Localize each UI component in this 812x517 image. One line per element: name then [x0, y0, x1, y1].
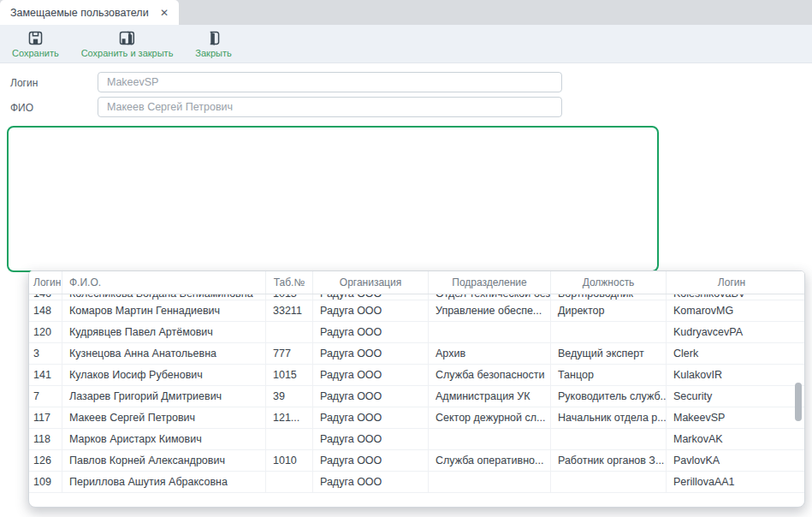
- dropdown-cell-org: Радуга ООО: [313, 472, 429, 492]
- dropdown-col-id: Логин: [29, 271, 62, 294]
- dropdown-cell-login: MakeevSP: [667, 407, 797, 428]
- dropdown-cell-pos: [551, 429, 667, 449]
- dropdown-cell-id: 109: [29, 472, 62, 492]
- dropdown-cell-fio: Периллова Ашутия Абраксовна: [62, 472, 266, 492]
- dropdown-cell-login: KudryavcevPA: [667, 322, 797, 342]
- dropdown-cell-tab: 33211: [266, 300, 313, 321]
- dropdown-cell-login: KolesnikovaBV: [667, 294, 797, 300]
- tab-bar: Замещаемые пользователи ✕: [0, 0, 812, 25]
- dropdown-col-login: Логин: [667, 271, 797, 294]
- dropdown-cell-fio: Лазарев Григорий Дмитриевич: [62, 386, 266, 407]
- dropdown-cell-id: 141: [29, 365, 62, 385]
- dropdown-cell-dept: Администрация УК: [429, 386, 551, 407]
- save-button-label: Сохранить: [12, 48, 59, 58]
- dropdown-cell-fio: Макеев Сергей Петрович: [62, 407, 266, 428]
- dropdown-row[interactable]: 146Колесникова Богдана Вениаминовна1013Р…: [29, 294, 804, 300]
- dropdown-row[interactable]: 7Лазарев Григорий Дмитриевич39Радуга ООО…: [29, 386, 804, 407]
- dropdown-cell-dept: [429, 472, 551, 492]
- dropdown-col-dept: Подразделение: [429, 271, 551, 294]
- login-field[interactable]: [98, 72, 562, 92]
- save-and-close-button-label: Сохранить и закрыть: [81, 48, 174, 58]
- toolbar: Сохранить Сохранить и закрыть Закрыть: [0, 25, 812, 63]
- dropdown-cell-pos: [551, 322, 667, 342]
- dropdown-cell-fio: Колесникова Богдана Вениаминовна: [62, 294, 266, 300]
- dropdown-header: Логин Ф.И.О. Таб.№ Организация Подраздел…: [29, 271, 804, 294]
- dropdown-row[interactable]: 3Кузнецова Анна Анатольевна777Радуга ООО…: [29, 343, 804, 365]
- dropdown-cell-login: PavlovKA: [667, 450, 797, 471]
- dropdown-col-tabnum: Таб.№: [266, 271, 313, 294]
- dropdown-cell-dept: [429, 429, 551, 449]
- dropdown-col-pos: Должность: [551, 271, 667, 294]
- dropdown-cell-tab: 39: [266, 386, 313, 407]
- dropdown-row[interactable]: 118Марков Аристарх КимовичРадуга ОООMark…: [29, 429, 804, 450]
- dropdown-cell-id: 126: [29, 450, 62, 471]
- dropdown-cell-login: MarkovAK: [667, 429, 797, 449]
- save-and-close-button[interactable]: Сохранить и закрыть: [81, 30, 174, 58]
- dropdown-cell-dept: Служба безопасности: [429, 365, 551, 385]
- fio-field[interactable]: [98, 97, 562, 117]
- dropdown-cell-dept: Архив: [429, 343, 551, 364]
- dropdown-cell-id: 3: [29, 343, 62, 364]
- dropdown-cell-tab: 121...: [266, 407, 313, 428]
- dropdown-cell-id: 7: [29, 386, 62, 407]
- dropdown-cell-dept: Отдел технической безо...: [429, 294, 551, 300]
- dropdown-cell-pos: Руководитель служб...: [551, 386, 667, 407]
- dropdown-cell-tab: 1013: [266, 294, 313, 300]
- dropdown-cell-pos: [551, 472, 667, 492]
- dropdown-col-org: Организация: [313, 271, 429, 294]
- close-button[interactable]: Закрыть: [195, 30, 231, 58]
- login-label: Логин: [10, 77, 38, 89]
- dropdown-cell-fio: Марков Аристарх Кимович: [62, 429, 266, 449]
- dropdown-cell-login: Clerk: [667, 343, 797, 364]
- dropdown-cell-fio: Кулаков Иосиф Рубенович: [62, 365, 266, 385]
- dropdown-rows: 148Комаров Мартин Геннадиевич33211Радуга…: [29, 300, 804, 493]
- dropdown-row[interactable]: 141Кулаков Иосиф Рубенович1015Радуга ООО…: [29, 365, 804, 386]
- scrollbar-thumb[interactable]: [795, 383, 802, 421]
- floppy-disk-icon: [27, 30, 44, 46]
- dropdown-cell-pos: Танцор: [551, 365, 667, 385]
- tab-substituted-users[interactable]: Замещаемые пользователи ✕: [0, 0, 179, 25]
- dropdown-partial-row[interactable]: 146Колесникова Богдана Вениаминовна1013Р…: [29, 294, 804, 300]
- app-window: Замещаемые пользователи ✕ Сохранить: [0, 0, 812, 517]
- dropdown-cell-pos: Бортпроводник: [551, 294, 667, 300]
- save-button[interactable]: Сохранить: [12, 30, 59, 58]
- dropdown-cell-id: 118: [29, 429, 62, 449]
- dropdown-cell-pos: Начальник отдела р...: [551, 407, 667, 428]
- dropdown-cell-login: Security: [667, 386, 797, 407]
- user-picker-dropdown: Логин Ф.И.О. Таб.№ Организация Подраздел…: [28, 270, 805, 508]
- dropdown-cell-dept: Сектор дежурной сл...: [429, 407, 551, 428]
- dropdown-cell-pos: Работник органов З...: [551, 450, 667, 471]
- dropdown-row[interactable]: 109Периллова Ашутия АбраксовнаРадуга ООО…: [29, 472, 804, 493]
- floppy-door-icon: [118, 30, 136, 46]
- dropdown-row[interactable]: 120Кудрявцев Павел АртёмовичРадуга ОООKu…: [29, 322, 804, 343]
- dropdown-cell-id: 120: [29, 322, 62, 342]
- dropdown-cell-org: Радуга ООО: [313, 450, 429, 471]
- dropdown-cell-fio: Кузнецова Анна Анатольевна: [62, 343, 266, 364]
- dropdown-cell-dept: Служба оперативно...: [429, 450, 551, 471]
- substitutes-panel: [7, 126, 659, 272]
- dropdown-row[interactable]: 117Макеев Сергей Петрович121...Радуга ОО…: [29, 407, 804, 429]
- dropdown-cell-org: Радуга ООО: [313, 365, 429, 385]
- dropdown-cell-id: 117: [29, 407, 62, 428]
- fio-label: ФИО: [10, 102, 33, 114]
- dropdown-row[interactable]: 148Комаров Мартин Геннадиевич33211Радуга…: [29, 300, 804, 322]
- dropdown-cell-login: KulakovIR: [667, 365, 797, 385]
- close-icon[interactable]: ✕: [160, 7, 169, 19]
- dropdown-row[interactable]: 126Павлов Корней Александрович1010Радуга…: [29, 450, 804, 472]
- dropdown-cell-org: Радуга ООО: [313, 300, 429, 321]
- tab-title: Замещаемые пользователи: [10, 7, 155, 19]
- dropdown-cell-org: Радуга ООО: [313, 343, 429, 364]
- dropdown-cell-fio: Павлов Корней Александрович: [62, 450, 266, 471]
- dropdown-cell-id: 146: [29, 294, 62, 300]
- close-button-label: Закрыть: [195, 48, 231, 58]
- dropdown-cell-tab: 777: [266, 343, 313, 364]
- dropdown-cell-tab: 1010: [266, 450, 313, 471]
- dropdown-cell-pos: Ведущий эксперт: [551, 343, 667, 364]
- dropdown-cell-org: Радуга ООО: [313, 386, 429, 407]
- dropdown-cell-org: Радуга ООО: [313, 429, 429, 449]
- dropdown-cell-org: Радуга ООО: [313, 407, 429, 428]
- door-icon: [206, 30, 221, 46]
- dropdown-cell-tab: [266, 429, 313, 449]
- dropdown-col-fio: Ф.И.О.: [62, 271, 266, 294]
- dropdown-cell-login: KomarovMG: [667, 300, 797, 321]
